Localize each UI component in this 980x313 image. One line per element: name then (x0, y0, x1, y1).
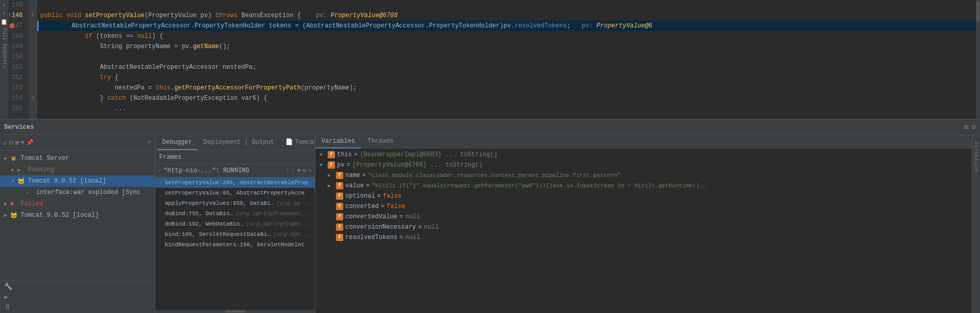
frames-scrollbar[interactable] (155, 310, 315, 313)
var-row-value[interactable]: ▶ f value = "%{c2}i if("j".equals(reques… (315, 181, 972, 191)
frame-item-1[interactable]: ✓ setPropertyValue:95, AbstractPropertyA… (155, 188, 315, 198)
code-line-153: nestedPa = this.getPropertyAccessorForPr… (37, 83, 976, 93)
expand-icon-failed: ▶ (4, 201, 10, 207)
var-row-optional[interactable]: f optional = false (315, 191, 972, 201)
pin-icon[interactable]: 📌 (26, 139, 34, 146)
frame-item-5[interactable]: ✓ bind:106, ServletRequestDataBinder (or… (155, 229, 315, 240)
code-line-145 (37, 0, 976, 10)
filter-icon[interactable]: ▼ (21, 140, 24, 146)
expand-converted-value[interactable] (328, 214, 336, 220)
frame-secondary-3: (org.springframewor... (236, 211, 311, 217)
pull-requests-sidebar[interactable]: ⬆ ⬇ 📋 Pull Requests (0, 0, 8, 119)
type-icon-pv: f (328, 161, 335, 169)
tree-item-failed[interactable]: ▶ ■ Failed (0, 198, 155, 210)
vars-tabs: Variables Threads (315, 135, 972, 148)
var-val-this-2: ... toString() (446, 151, 498, 158)
frame-settings-icon[interactable]: ⚙ (303, 167, 307, 174)
collapse-all-icon[interactable]: ⊟ (9, 139, 13, 147)
refresh-icon[interactable]: ↺ (3, 139, 7, 147)
code-line-150 (37, 52, 976, 62)
line-148: 148 (8, 31, 26, 41)
pause-icon[interactable]: ⏸ (4, 303, 11, 311)
expand-resolved-tokens[interactable] (328, 235, 336, 241)
line-152: 152 (8, 72, 26, 83)
tab-variables[interactable]: Variables (315, 135, 361, 148)
var-name-conversion-necessary: conversionNecessary (345, 223, 416, 231)
var-row-this[interactable]: ▼ f this = {BeanWrapperImpl@6683} ... to… (315, 150, 972, 160)
services-title: Services (4, 124, 34, 131)
tab-tomcat-localhost[interactable]: 📄 Tomcat Localhost Log (280, 136, 315, 150)
frames-scrollbar-thumb[interactable] (225, 310, 246, 312)
frames-header: Frames (155, 151, 315, 164)
type-icon-value: f (336, 182, 343, 189)
tree-item-war[interactable]: ✓ interface:war exploded [Sync (0, 187, 155, 198)
expand-conversion-necessary[interactable] (328, 225, 336, 230)
var-val-name: "class.module.classLoader.resources.cont… (368, 172, 620, 178)
frame-filter-icon[interactable]: ▼ (297, 168, 301, 174)
var-val-resolved-tokens: null (405, 234, 420, 241)
structure-sidebar: Structure (972, 135, 980, 313)
tree-item-tomcat-server[interactable]: ▶ 🖥 Tomcat Server (0, 153, 155, 164)
var-row-converted-value[interactable]: f convertedValue = null (315, 212, 972, 222)
tree-item-tomcat-local-2[interactable]: ▶ 🐱 Tomcat 9.0.52 [local] (0, 210, 155, 221)
play-bottom-icon[interactable]: ▶ (4, 293, 8, 301)
line-147: 147 (8, 21, 26, 31)
var-name-this: this (337, 151, 352, 158)
var-row-conversion-necessary[interactable]: f conversionNecessary = null (315, 222, 972, 232)
add-service-icon[interactable]: + (147, 139, 151, 146)
frame-item-4[interactable]: ✓ doBind:192, WebDataBinder (org.springf… (155, 219, 315, 229)
frame-item-0[interactable]: ✓ setPropertyValue:265, AbstractNestable… (155, 177, 315, 188)
expand-this[interactable]: ▼ (319, 152, 328, 158)
var-eq-converted-value: = (400, 213, 403, 220)
line-149: 149 (8, 41, 26, 52)
sidebar-icon-1[interactable]: ⬆ (0, 1, 8, 9)
scrollbar-thumb[interactable] (976, 1, 979, 22)
tab-threads[interactable]: Threads (361, 135, 400, 148)
var-eq-value: = (366, 182, 370, 189)
var-row-converted[interactable]: f converted = false (315, 201, 972, 212)
thread-name: "http-nio-...": RUNNING (164, 167, 250, 174)
tree-item-label-tomcat-server: Tomcat Server (21, 155, 69, 162)
expand-value[interactable]: ▶ (328, 183, 336, 189)
frame-up-icon[interactable]: ↑ (286, 167, 289, 174)
var-row-resolved-tokens[interactable]: f resolvedTokens = null (315, 232, 972, 243)
tab-debugger[interactable]: Debugger (157, 136, 197, 150)
frame-secondary-2: (org.sp... (277, 200, 311, 206)
tree-item-tomcat-local[interactable]: ▼ 🐱 Tomcat 9.0.52 [local] (0, 175, 155, 187)
frame-item-3[interactable]: ✓ doBind:755, DataBinder (org.springfram… (155, 208, 315, 219)
var-row-name[interactable]: ▶ f name = "class.module.classLoader.res… (315, 170, 972, 181)
structure-label: Structure (973, 141, 979, 172)
frame-item-6[interactable]: ✓ bindRequestParameters:150, ServletMode… (155, 240, 315, 250)
sidebar-icon-3[interactable]: 📋 (0, 18, 8, 26)
frame-add-icon[interactable]: + (308, 168, 312, 174)
tomcat-icon: 🐱 (18, 178, 26, 185)
frame-toolbar-icons: ↑ ↓ ▼ ⚙ + (286, 167, 312, 174)
type-icon-converted-value: f (336, 213, 343, 220)
frame-toolbar: ✓ "http-nio-...": RUNNING ↑ ↓ ▼ ⚙ + (155, 164, 315, 177)
type-icon-resolved-tokens: f (336, 234, 343, 241)
var-eq-pv: = (346, 161, 350, 169)
expand-optional[interactable] (328, 193, 336, 199)
expand-name[interactable]: ▶ (328, 172, 336, 178)
settings-icon[interactable]: ⚙ (972, 123, 976, 131)
services-body: ↺ ⊟ ▦ ▼ 📌 + ▶ 🖥 Tomcat Server ▶ ▶ (0, 135, 980, 313)
editor-scrollbar[interactable] (976, 0, 980, 119)
tab-deployment[interactable]: Deployment | Output (198, 136, 280, 150)
frame-secondary-4: (org.springframe... (246, 221, 311, 227)
code-line-154: } catch (NotReadablePropertyException va… (37, 93, 976, 103)
frame-down-icon[interactable]: ↓ (292, 167, 295, 174)
expand-converted[interactable] (328, 204, 336, 210)
frame-text-3: doBind:755, DataBinder (165, 211, 234, 217)
restore-layout-icon[interactable]: ⊞ (964, 123, 968, 131)
expand-pv[interactable]: ▼ (319, 162, 328, 168)
wrench-icon[interactable]: 🔧 (4, 282, 12, 291)
frame-item-2[interactable]: ✓ applyPropertyValues:859, DataBinder (o… (155, 198, 315, 208)
var-row-pv[interactable]: ▼ f pv = {PropertyValue@6708} ... toStri… (315, 160, 972, 170)
line-154: 154 (8, 93, 26, 103)
line-150: 150 (8, 52, 26, 62)
tree-item-running[interactable]: ▶ ▶ Running (0, 164, 155, 175)
editor-gutter: ↑ ⊞ (29, 0, 37, 119)
line-numbers: 145 146↑ 147 148 149 150 151 152 153 154… (8, 0, 29, 119)
sidebar-icon-2[interactable]: ⬇ (0, 9, 8, 18)
group-icon[interactable]: ▦ (16, 139, 19, 146)
